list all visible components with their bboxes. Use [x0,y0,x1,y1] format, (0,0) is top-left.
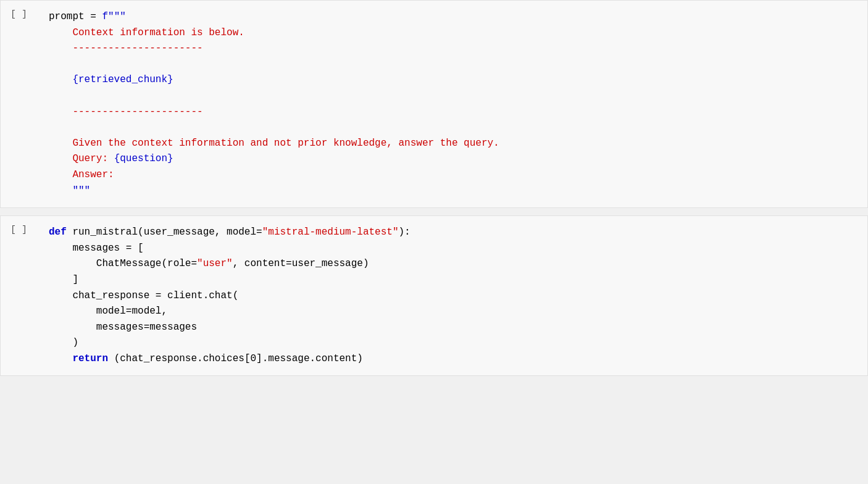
cell-1[interactable]: [ ]prompt = f""" Context information is … [0,0,868,208]
code-token: {question} [114,153,173,164]
code-token [49,122,72,133]
line-2-2: messages = [ [49,241,858,257]
line-1-9: Given the context information and not pr… [49,136,858,152]
code-token: ChatMessage(role= [49,258,197,269]
code-token: model=model, [49,306,167,317]
code-token: user_message, model= [144,227,262,238]
code-token: "user" [197,258,233,269]
line-2-7: messages=messages [49,320,858,336]
code-token: , content=user_message) [233,258,369,269]
line-1-3: ---------------------- [49,41,858,57]
line-2-4: ] [49,272,858,288]
code-token [49,59,72,70]
line-2-5: chat_response = client.chat( [49,288,858,304]
cell-gutter-1: [ ] [1,1,44,207]
code-token: .message.content [262,353,357,364]
cell-gutter-2: [ ] [1,216,44,375]
notebook-container: [ ]prompt = f""" Context information is … [0,0,868,383]
code-token: ) [357,353,363,364]
code-token [49,90,72,101]
code-token: chat_response.choices [120,353,244,364]
code-token: ( [114,353,120,364]
line-1-2: Context information is below. [49,25,858,41]
code-token: Answer: [49,169,114,180]
code-token: run_mistral [72,227,138,238]
code-token: [0] [244,353,262,364]
code-token: prompt [49,11,85,22]
line-2-3: ChatMessage(role="user", content=user_me… [49,256,858,272]
code-token: f""" [102,11,125,22]
code-token: chat_response = client.chat( [49,290,238,301]
line-1-12: """ [49,183,858,199]
line-1-5: {retrieved_chunk} [49,72,858,88]
code-token: ) [49,337,78,348]
code-token: ): [399,227,411,238]
code-token: ] [49,274,78,285]
line-1-7: ---------------------- [49,104,858,120]
code-token: """ [49,185,90,196]
line-1-10: Query: {question} [49,151,858,167]
code-token: Query: [49,153,114,164]
code-token: Context information is below. [49,27,244,38]
line-1-11: Answer: [49,167,858,183]
cell-content-1: prompt = f""" Context information is bel… [44,1,867,207]
line-1-8 [49,120,858,136]
code-token: {retrieved_chunk} [72,74,173,85]
line-2-8: ) [49,335,858,351]
line-1-1: prompt = f""" [49,9,858,25]
code-token: messages=messages [49,322,197,333]
cell-content-2: def run_mistral(user_message, model="mis… [44,216,867,375]
line-2-9: return (chat_response.choices[0].message… [49,351,858,367]
code-token: ---------------------- [49,106,203,117]
cell-2[interactable]: [ ]def run_mistral(user_message, model="… [0,215,868,376]
code-token: def [49,227,72,238]
code-token: messages = [ [49,243,144,254]
code-token: Given the context information and not pr… [49,138,499,149]
line-1-6 [49,88,858,104]
line-1-4 [49,57,858,73]
code-token: = [85,11,102,22]
code-token: "mistral-medium-latest" [262,227,399,238]
code-token [49,74,72,85]
code-token: return [49,353,114,364]
line-2-6: model=model, [49,304,858,320]
code-token: ( [138,227,144,238]
code-token: ---------------------- [49,43,203,54]
line-2-1: def run_mistral(user_message, model="mis… [49,225,858,241]
